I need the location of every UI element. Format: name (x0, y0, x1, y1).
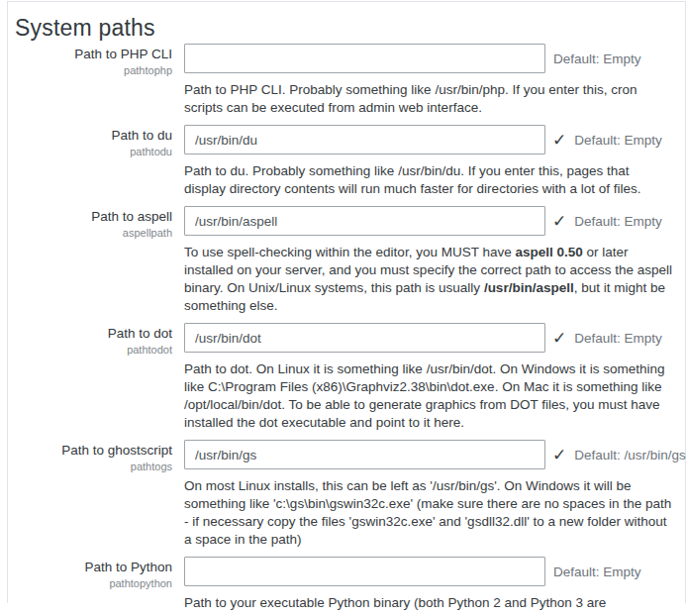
default-value-label: Default: Empty (553, 565, 641, 579)
settings-page: System paths Path to PHP CLI pathtophp ✓… (7, 1, 686, 603)
default-value-label: Default: /usr/bin/gs (574, 448, 686, 462)
setting-shortname: pathtodu (15, 145, 172, 159)
default-value-label: Default: Empty (553, 51, 641, 66)
pathtophp-input[interactable] (184, 44, 545, 73)
setting-description: Path to dot. On Linux it is something li… (184, 360, 679, 432)
setting-label: Path to du (15, 127, 172, 144)
setting-description: Path to PHP CLI. Probably something like… (184, 81, 679, 117)
default-value-label: Default: Empty (574, 214, 662, 229)
pathtopython-input[interactable] (184, 557, 545, 586)
setting-row-pathtopython: Path to Python pathtopython ✓ Default: E… (15, 557, 685, 616)
setting-shortname: aspellpath (15, 226, 172, 241)
setting-shortname: pathtopython (15, 576, 172, 591)
setting-label: Path to PHP CLI (15, 46, 172, 62)
setting-row-pathtogs: Path to ghostscript pathtogs ✓ Default: … (15, 440, 685, 557)
setting-description: Path to your executable Python binary (b… (184, 594, 679, 616)
setting-shortname: pathtophp (15, 63, 172, 78)
setting-label: Path to ghostscript (15, 442, 172, 459)
check-icon: ✓ (552, 447, 566, 463)
check-icon: ✓ (552, 132, 566, 149)
setting-description: Path to du. Probably something like /usr… (184, 162, 679, 198)
page-title: System paths (15, 15, 685, 42)
setting-label: Path to dot (15, 325, 172, 342)
setting-description: On most Linux installs, this can be left… (184, 477, 679, 549)
setting-description: To use spell-checking within the editor,… (184, 244, 679, 315)
aspellpath-input[interactable] (184, 206, 545, 236)
setting-label: Path to aspell (15, 208, 172, 225)
check-icon: ✓ (552, 330, 566, 347)
setting-shortname: pathtogs (15, 460, 172, 474)
setting-row-aspellpath: Path to aspell aspellpath ✓ Default: Emp… (15, 206, 685, 323)
default-value-label: Default: Empty (574, 331, 662, 346)
pathtodot-input[interactable] (184, 323, 545, 353)
pathtodu-input[interactable] (184, 125, 545, 154)
setting-shortname: pathtodot (15, 343, 172, 358)
setting-row-pathtophp: Path to PHP CLI pathtophp ✓ Default: Emp… (15, 44, 685, 125)
setting-label: Path to Python (15, 559, 172, 575)
check-icon: ✓ (552, 213, 566, 230)
setting-row-pathtodu: Path to du pathtodu ✓ Default: Empty Pat… (15, 125, 685, 206)
setting-row-pathtodot: Path to dot pathtodot ✓ Default: Empty P… (15, 323, 685, 440)
pathtogs-input[interactable] (184, 440, 545, 469)
default-value-label: Default: Empty (574, 133, 662, 148)
